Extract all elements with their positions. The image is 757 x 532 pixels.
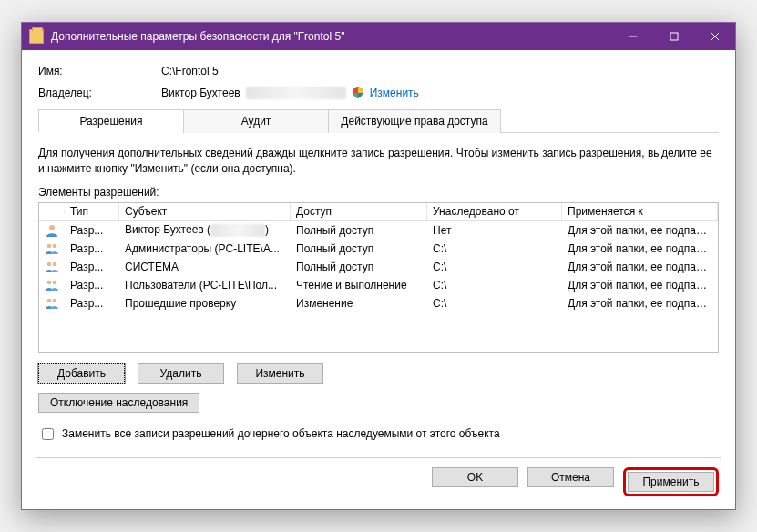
table-row[interactable]: Разр...Виктор Бухтеев ()Полный доступНет… bbox=[39, 221, 718, 240]
svg-point-7 bbox=[47, 261, 52, 266]
tab-effective[interactable]: Действующие права доступа bbox=[328, 109, 501, 133]
col-inherited[interactable]: Унаследовано от bbox=[427, 203, 562, 220]
permissions-grid[interactable]: Тип Субъект Доступ Унаследовано от Приме… bbox=[38, 202, 719, 353]
apply-button-highlight: Применить bbox=[623, 467, 719, 496]
col-icon[interactable] bbox=[39, 210, 65, 213]
svg-point-8 bbox=[53, 261, 57, 266]
cell-inherited: C:\ bbox=[427, 241, 562, 256]
cell-type: Разр... bbox=[65, 296, 119, 311]
cell-subject: Администраторы (PC-LITE\А... bbox=[119, 241, 291, 256]
separator bbox=[36, 457, 721, 458]
table-row[interactable]: Разр...СИСТЕМАПолный доступC:\Для этой п… bbox=[39, 258, 718, 276]
cell-subject: Пользователи (PC-LITE\Пол... bbox=[119, 278, 291, 292]
close-button[interactable] bbox=[694, 23, 735, 50]
ok-button[interactable]: OK bbox=[432, 467, 518, 487]
col-applies[interactable]: Применяется к bbox=[562, 203, 718, 220]
tab-audit-label: Аудит bbox=[241, 115, 271, 128]
cell-access: Полный доступ bbox=[291, 223, 427, 238]
disable-inheritance-button[interactable]: Отключение наследования bbox=[38, 393, 199, 413]
user-icon bbox=[39, 222, 65, 239]
cell-applies: Для этой папки, ее подпапок ... bbox=[562, 296, 718, 311]
svg-point-10 bbox=[53, 280, 57, 284]
tab-effective-label: Действующие права доступа bbox=[341, 115, 487, 128]
apply-button[interactable]: Применить bbox=[628, 472, 714, 492]
cell-inherited: C:\ bbox=[427, 296, 562, 311]
tab-permissions[interactable]: Разрешения bbox=[38, 109, 184, 133]
owner-label: Владелец: bbox=[38, 87, 161, 99]
perm-elements-label: Элементы разрешений: bbox=[38, 186, 719, 199]
svg-point-9 bbox=[47, 280, 52, 284]
group-icon bbox=[39, 259, 65, 275]
cell-inherited: C:\ bbox=[427, 260, 562, 274]
col-type[interactable]: Тип bbox=[65, 203, 119, 220]
security-dialog: Дополнительные параметры безопасности дл… bbox=[21, 22, 736, 510]
cell-applies: Для этой папки, ее подпапок ... bbox=[562, 223, 718, 238]
minimize-button[interactable] bbox=[612, 23, 653, 50]
cell-access: Изменение bbox=[291, 296, 427, 311]
svg-point-12 bbox=[53, 298, 57, 302]
replace-child-checkbox[interactable] bbox=[42, 428, 54, 440]
group-icon bbox=[39, 240, 65, 257]
cell-subject: Виктор Бухтеев () bbox=[119, 222, 291, 238]
window-title: Дополнительные параметры безопасности дл… bbox=[51, 30, 612, 43]
svg-point-11 bbox=[47, 298, 52, 302]
titlebar[interactable]: Дополнительные параметры безопасности дл… bbox=[22, 23, 735, 50]
owner-account-redacted bbox=[246, 87, 346, 99]
grid-header: Тип Субъект Доступ Унаследовано от Приме… bbox=[39, 203, 718, 221]
help-text: Для получения дополнительных сведений дв… bbox=[38, 146, 719, 177]
cell-access: Чтение и выполнение bbox=[291, 278, 427, 292]
tab-audit[interactable]: Аудит bbox=[183, 109, 329, 133]
col-subject[interactable]: Субъект bbox=[119, 203, 291, 220]
change-owner-link[interactable]: Изменить bbox=[370, 87, 419, 99]
cell-access: Полный доступ bbox=[291, 260, 427, 274]
svg-point-5 bbox=[47, 243, 52, 248]
cancel-button[interactable]: Отмена bbox=[527, 467, 614, 487]
cell-applies: Для этой папки, ее подпапок ... bbox=[562, 278, 718, 292]
table-row[interactable]: Разр...Прошедшие проверкуИзменениеC:\Для… bbox=[39, 294, 718, 312]
cell-subject: Прошедшие проверку bbox=[119, 296, 291, 311]
cell-type: Разр... bbox=[65, 278, 119, 292]
tab-permissions-label: Разрешения bbox=[79, 115, 142, 128]
table-row[interactable]: Разр...Администраторы (PC-LITE\А...Полны… bbox=[39, 240, 718, 258]
svg-point-6 bbox=[53, 243, 57, 248]
add-button[interactable]: Добавить bbox=[38, 363, 125, 384]
remove-button[interactable]: Удалить bbox=[138, 363, 224, 384]
name-label: Имя: bbox=[38, 65, 161, 77]
tabs: Разрешения Аудит Действующие права досту… bbox=[38, 108, 719, 133]
cell-access: Полный доступ bbox=[291, 241, 427, 256]
cell-type: Разр... bbox=[65, 260, 119, 274]
svg-rect-1 bbox=[670, 33, 678, 40]
maximize-button[interactable] bbox=[653, 23, 694, 50]
cell-inherited: Нет bbox=[427, 223, 562, 238]
col-access[interactable]: Доступ bbox=[291, 203, 427, 220]
owner-value: Виктор Бухтеев bbox=[161, 87, 240, 99]
group-icon bbox=[39, 277, 65, 293]
cell-type: Разр... bbox=[65, 241, 119, 256]
group-icon bbox=[39, 295, 65, 312]
cell-type: Разр... bbox=[65, 223, 119, 238]
cell-applies: Для этой папки, ее подпапок ... bbox=[562, 260, 718, 274]
edit-button[interactable]: Изменить bbox=[237, 363, 323, 384]
cell-applies: Для этой папки, ее подпапок ... bbox=[562, 241, 718, 256]
svg-point-4 bbox=[49, 225, 55, 230]
cell-subject: СИСТЕМА bbox=[119, 260, 291, 274]
folder-icon bbox=[29, 29, 44, 44]
shield-icon bbox=[352, 87, 364, 99]
replace-child-label[interactable]: Заменить все записи разрешений дочернего… bbox=[62, 427, 500, 440]
name-value: C:\Frontol 5 bbox=[161, 65, 219, 77]
cell-inherited: C:\ bbox=[427, 278, 562, 292]
table-row[interactable]: Разр...Пользователи (PC-LITE\Пол...Чтени… bbox=[39, 276, 718, 294]
